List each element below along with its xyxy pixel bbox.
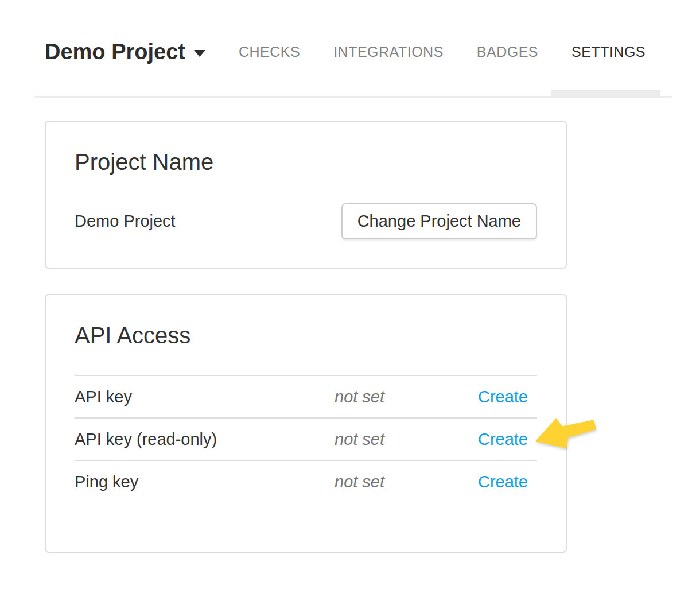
project-name-value: Demo Project xyxy=(75,212,176,231)
api-access-card-title: API Access xyxy=(75,324,537,347)
project-name-card: Project Name Demo Project Change Project… xyxy=(45,121,567,269)
api-access-card: API Access API key not set Create API ke… xyxy=(45,294,567,553)
table-row-api-key-read-only: API key (read-only) not set Create xyxy=(75,417,537,460)
tab-settings[interactable]: SETTINGS xyxy=(571,44,645,60)
create-api-key-link[interactable]: Create xyxy=(474,388,537,406)
key-name-label: Ping key xyxy=(75,473,335,491)
key-value-text: not set xyxy=(335,473,474,491)
active-tab-indicator xyxy=(551,90,660,98)
tab-integrations[interactable]: INTEGRATIONS xyxy=(333,44,444,60)
api-keys-table: API key not set Create API key (read-onl… xyxy=(75,375,537,502)
key-value-text: not set xyxy=(335,430,474,449)
tab-badges[interactable]: BADGES xyxy=(477,44,538,60)
project-name-card-title: Project Name xyxy=(75,150,537,173)
create-read-only-api-key-link[interactable]: Create xyxy=(474,430,537,449)
table-row-ping-key: Ping key not set Create xyxy=(75,460,537,502)
key-name-label: API key xyxy=(75,388,335,406)
project-title: Demo Project xyxy=(45,40,185,64)
project-switcher[interactable]: Demo Project xyxy=(45,40,205,64)
table-row-api-key: API key not set Create xyxy=(75,375,537,417)
caret-down-icon xyxy=(194,50,205,57)
tab-checks[interactable]: CHECKS xyxy=(239,44,300,60)
project-name-row: Demo Project Change Project Name xyxy=(75,203,537,239)
key-value-text: not set xyxy=(335,388,474,406)
main-nav: CHECKS INTEGRATIONS BADGES SETTINGS xyxy=(239,44,645,60)
create-ping-key-link[interactable]: Create xyxy=(474,473,537,491)
change-project-name-button[interactable]: Change Project Name xyxy=(341,203,537,239)
key-name-label: API key (read-only) xyxy=(75,430,335,449)
project-header: Demo Project CHECKS INTEGRATIONS BADGES … xyxy=(45,36,645,68)
